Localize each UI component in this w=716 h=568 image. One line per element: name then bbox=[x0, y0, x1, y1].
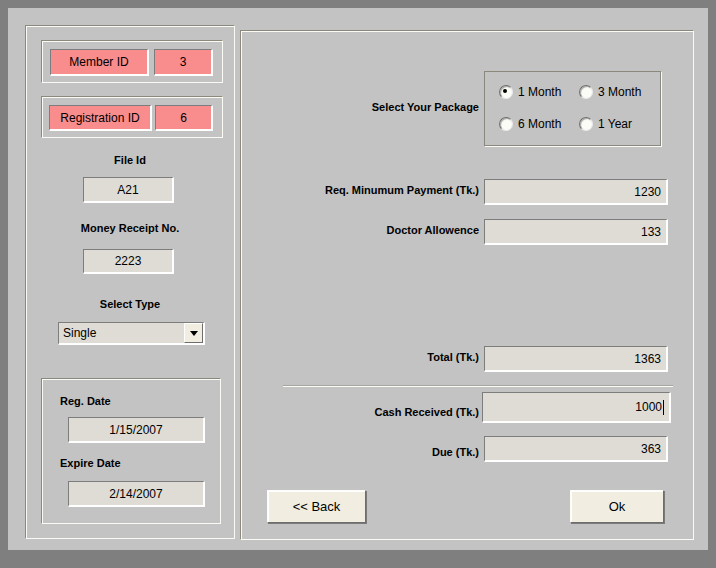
radio-6-month[interactable]: 6 Month bbox=[499, 117, 561, 131]
back-button-label: << Back bbox=[293, 499, 341, 514]
select-type-label: Select Type bbox=[26, 298, 234, 310]
select-type-selected-value: Single bbox=[59, 323, 184, 343]
expire-date-label: Expire Date bbox=[60, 457, 121, 469]
registration-id-label: Registration ID bbox=[60, 111, 139, 125]
total-label: Total (Tk.) bbox=[241, 351, 479, 363]
ok-button-label: Ok bbox=[609, 499, 626, 514]
radio-3-month[interactable]: 3 Month bbox=[579, 85, 641, 99]
radio-1-month-label: 1 Month bbox=[518, 85, 561, 99]
total-value: 1363 bbox=[634, 352, 661, 366]
ok-button[interactable]: Ok bbox=[570, 490, 664, 523]
radio-1-year[interactable]: 1 Year bbox=[579, 117, 632, 131]
back-button[interactable]: << Back bbox=[267, 490, 366, 523]
member-id-label-box: Member ID bbox=[50, 49, 149, 76]
due-value: 363 bbox=[641, 442, 661, 456]
due-field: 363 bbox=[484, 436, 668, 462]
chevron-down-icon bbox=[190, 331, 198, 336]
select-type-dropdown[interactable]: Single bbox=[58, 322, 205, 345]
total-field: 1363 bbox=[484, 346, 668, 372]
radio-6-month-label: 6 Month bbox=[518, 117, 561, 131]
member-id-label: Member ID bbox=[69, 55, 128, 69]
money-receipt-label: Money Receipt No. bbox=[26, 222, 234, 234]
money-receipt-value: 2223 bbox=[115, 254, 142, 268]
reg-date-value: 1/15/2007 bbox=[109, 423, 162, 437]
money-receipt-field[interactable]: 2223 bbox=[83, 249, 174, 274]
file-id-label: File Id bbox=[26, 154, 234, 166]
dates-group: Reg. Date 1/15/2007 Expire Date 2/14/200… bbox=[41, 378, 221, 524]
min-payment-label: Req. Minumum Payment (Tk.) bbox=[241, 184, 479, 196]
due-label: Due (Tk.) bbox=[241, 446, 479, 458]
radio-1-month[interactable]: 1 Month bbox=[499, 85, 561, 99]
expire-date-value: 2/14/2007 bbox=[109, 487, 162, 501]
cash-received-value: 1000 bbox=[635, 400, 662, 414]
reg-date-label: Reg. Date bbox=[60, 395, 111, 407]
text-cursor bbox=[663, 400, 664, 415]
radio-button-icon bbox=[499, 117, 513, 131]
reg-date-field[interactable]: 1/15/2007 bbox=[68, 417, 205, 443]
registration-id-label-box: Registration ID bbox=[49, 105, 152, 131]
registration-id-row: Registration ID 6 bbox=[41, 96, 223, 138]
radio-button-icon bbox=[579, 117, 593, 131]
package-label: Select Your Package bbox=[241, 101, 479, 113]
left-panel: Member ID 3 Registration ID 6 File Id A2… bbox=[25, 25, 235, 539]
radio-1-year-label: 1 Year bbox=[598, 117, 632, 131]
cash-received-label: Cash Received (Tk.) bbox=[241, 406, 479, 418]
payment-form-window: Member ID 3 Registration ID 6 File Id A2… bbox=[8, 8, 708, 550]
radio-button-icon bbox=[579, 85, 593, 99]
member-id-value: 3 bbox=[180, 55, 187, 69]
min-payment-field: 1230 bbox=[484, 179, 668, 205]
member-id-row: Member ID 3 bbox=[41, 40, 223, 83]
min-payment-value: 1230 bbox=[634, 185, 661, 199]
registration-id-value-box: 6 bbox=[155, 105, 213, 131]
cash-received-field[interactable]: 1000 bbox=[482, 392, 671, 423]
radio-button-icon bbox=[499, 85, 513, 99]
file-id-value: A21 bbox=[117, 183, 138, 197]
right-panel: Select Your Package 1 Month 3 Month 6 Mo… bbox=[240, 30, 694, 540]
registration-id-value: 6 bbox=[180, 111, 187, 125]
doctor-allowance-field: 133 bbox=[484, 219, 668, 245]
doctor-allowance-value: 133 bbox=[641, 225, 661, 239]
select-type-dropdown-button[interactable] bbox=[184, 323, 203, 343]
member-id-value-box: 3 bbox=[154, 49, 213, 76]
file-id-field[interactable]: A21 bbox=[83, 177, 174, 203]
radio-3-month-label: 3 Month bbox=[598, 85, 641, 99]
doctor-allowance-label: Doctor Allowence bbox=[241, 224, 479, 236]
expire-date-field[interactable]: 2/14/2007 bbox=[68, 481, 205, 507]
package-radio-group: 1 Month 3 Month 6 Month 1 Year bbox=[484, 71, 661, 146]
section-divider bbox=[283, 385, 673, 387]
